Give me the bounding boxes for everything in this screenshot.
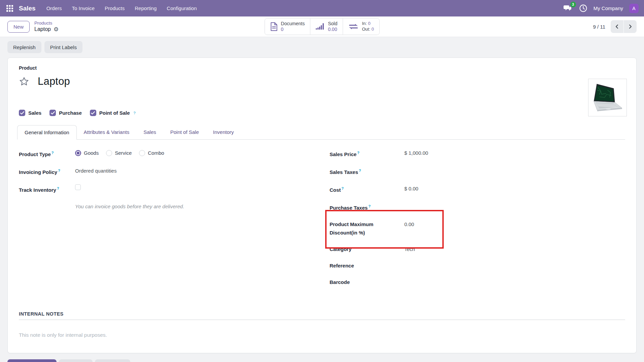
partial-primary-button[interactable] <box>7 359 57 362</box>
menu-products[interactable]: Products <box>101 3 129 13</box>
purchase-toggle-label: Purchase <box>59 110 82 116</box>
radio-unselected-icon <box>139 150 145 156</box>
tab-point-of-sale[interactable]: Point of Sale <box>163 125 206 140</box>
partial-secondary-button[interactable] <box>59 359 93 362</box>
exchange-arrows-icon <box>348 23 359 30</box>
tab-general-information[interactable]: General Information <box>17 125 77 140</box>
product-image-thumbnail[interactable] <box>588 79 627 116</box>
tab-attributes-variants[interactable]: Attributes & Variants <box>77 125 137 140</box>
reference-label: Reference <box>330 261 404 270</box>
product-title[interactable]: Laptop <box>38 75 70 87</box>
track-inventory-checkbox[interactable] <box>75 184 81 190</box>
top-navbar: Sales Orders To Invoice Products Reporti… <box>0 0 644 16</box>
control-panel: New Products Laptop ⚙ Documents 0 <box>0 16 644 37</box>
pager-counter: 9 / 11 <box>593 24 605 30</box>
category-label: Category <box>330 245 404 253</box>
menu-reporting[interactable]: Reporting <box>131 3 161 13</box>
barcode-value[interactable] <box>404 278 625 286</box>
radio-goods-label: Goods <box>84 149 99 157</box>
internal-notes-input[interactable]: This note is only for internal purposes. <box>19 332 625 338</box>
sold-value: 0.00 <box>328 27 337 32</box>
messages-icon[interactable]: 3 <box>563 4 573 13</box>
messages-badge: 3 <box>570 2 576 7</box>
max-discount-label: Product Maximum Discount(in %) <box>330 220 404 237</box>
smart-buttons: Documents 0 Sold 0.00 <box>264 18 379 35</box>
partial-secondary-button[interactable] <box>95 359 130 362</box>
cost-value[interactable]: $ 0.00 <box>404 184 625 193</box>
favorite-star-icon[interactable] <box>19 76 29 87</box>
product-type-label: Product Type? <box>19 149 75 158</box>
user-avatar[interactable]: A <box>629 4 639 13</box>
company-switcher[interactable]: My Company <box>594 5 623 11</box>
new-button[interactable]: New <box>7 21 30 33</box>
help-question-icon[interactable]: ? <box>357 151 360 155</box>
radio-selected-icon <box>75 150 81 156</box>
product-form-sheet: Product Laptop Sales Purchase <box>7 58 637 353</box>
sales-toggle-label: Sales <box>28 110 41 116</box>
purchase-checkbox[interactable]: Purchase <box>49 110 82 116</box>
breadcrumb-products-link[interactable]: Products <box>34 21 59 26</box>
menu-to-invoice[interactable]: To Invoice <box>68 3 99 13</box>
internal-notes-heading: INTERNAL NOTES <box>19 311 625 320</box>
tab-inventory[interactable]: Inventory <box>206 125 241 140</box>
radio-combo[interactable]: Combo <box>139 149 164 157</box>
menu-orders[interactable]: Orders <box>42 3 66 13</box>
replenish-button[interactable]: Replenish <box>7 41 41 53</box>
out-value: 0 <box>371 27 374 32</box>
sold-stat-button[interactable]: Sold 0.00 <box>310 19 343 35</box>
print-labels-button[interactable]: Print Labels <box>44 41 82 53</box>
invoicing-policy-value[interactable]: Ordered quantities <box>75 167 330 175</box>
app-brand[interactable]: Sales <box>19 5 36 12</box>
bar-chart-icon <box>316 23 325 31</box>
apps-grid-icon[interactable] <box>4 3 15 14</box>
checkbox-checked-icon <box>49 110 56 116</box>
radio-service-label: Service <box>115 149 132 157</box>
documents-stat-button[interactable]: Documents 0 <box>265 19 310 35</box>
help-question-icon[interactable]: ? <box>58 169 60 173</box>
cost-label: Cost? <box>330 184 404 194</box>
pager-previous-button[interactable] <box>611 20 623 33</box>
sales-taxes-value[interactable] <box>404 167 625 175</box>
radio-combo-label: Combo <box>148 149 164 157</box>
in-out-stat-button[interactable]: In: 0 Out: 0 <box>343 19 379 35</box>
main-content: Replenish Print Labels <box>0 37 644 362</box>
sales-checkbox[interactable]: Sales <box>19 110 41 116</box>
product-type-radio-group: Goods Service Combo <box>75 149 164 157</box>
track-inventory-label: Track Inventory? <box>19 184 75 194</box>
checkbox-checked-icon <box>90 110 96 116</box>
checkbox-checked-icon <box>19 110 25 116</box>
point-of-sale-checkbox[interactable]: Point of Sale ? <box>90 110 136 116</box>
help-question-icon[interactable]: ? <box>52 151 54 155</box>
reference-value[interactable] <box>404 261 625 270</box>
max-discount-value[interactable]: 0.00 <box>404 220 625 228</box>
sales-taxes-label: Sales Taxes? <box>330 167 404 176</box>
pager-next-button[interactable] <box>624 20 637 33</box>
documents-label: Documents <box>281 21 305 27</box>
purchase-taxes-label: Purchase Taxes? <box>330 202 404 212</box>
sales-price-label: Sales Price? <box>330 149 404 158</box>
help-question-icon[interactable]: ? <box>134 111 136 115</box>
in-label: In: <box>362 21 367 26</box>
radio-unselected-icon <box>106 150 112 156</box>
radio-service[interactable]: Service <box>106 149 132 157</box>
breadcrumb: Products Laptop ⚙ <box>34 21 59 33</box>
clipped-footer-buttons <box>7 359 637 362</box>
activities-clock-icon[interactable] <box>579 4 587 12</box>
tab-sales[interactable]: Sales <box>136 125 163 140</box>
settings-gear-icon[interactable]: ⚙ <box>54 27 59 32</box>
category-value[interactable]: Tech <box>404 245 625 253</box>
help-question-icon[interactable]: ? <box>57 186 59 190</box>
purchase-taxes-value[interactable] <box>404 202 625 211</box>
barcode-label: Barcode <box>330 278 404 286</box>
help-question-icon[interactable]: ? <box>341 186 344 190</box>
help-question-icon[interactable]: ? <box>368 204 371 208</box>
out-label: Out: <box>362 27 370 32</box>
sales-price-value[interactable]: $ 1,000.00 <box>404 149 625 157</box>
notebook-tabs: General Information Attributes & Variant… <box>17 125 625 140</box>
action-buttons-row: Replenish Print Labels <box>7 41 637 53</box>
radio-goods[interactable]: Goods <box>75 149 99 157</box>
help-question-icon[interactable]: ? <box>359 169 361 173</box>
invoicing-policy-hint: You can invoice goods before they are de… <box>75 202 330 211</box>
breadcrumb-current: Laptop <box>34 26 51 33</box>
menu-configuration[interactable]: Configuration <box>163 3 201 13</box>
